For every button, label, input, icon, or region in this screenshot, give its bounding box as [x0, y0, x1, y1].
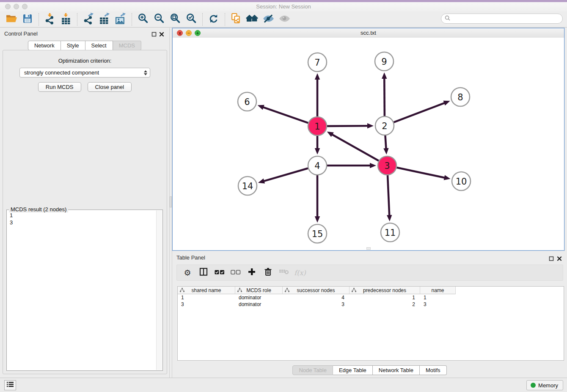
graph-edge-4-3[interactable] [327, 163, 376, 168]
graph-edge-3-11[interactable] [387, 175, 392, 221]
table-cell: 1 [350, 294, 420, 301]
graph-node-2[interactable]: 2 [375, 116, 394, 135]
titlebar: Session: New Session [0, 0, 567, 12]
tab-mcds[interactable]: MCDS [113, 41, 141, 50]
graph-edge-3-10[interactable] [397, 168, 451, 180]
export-network-button[interactable] [80, 13, 96, 26]
export-image-icon [115, 13, 127, 26]
frame-minimize-icon[interactable]: − [186, 30, 192, 36]
result-scrollbar[interactable] [156, 210, 162, 370]
column-header-MCDS-role[interactable]: MCDS role [235, 287, 283, 294]
list-icon [6, 381, 14, 389]
show-all-button[interactable] [276, 13, 292, 26]
column-header-name[interactable]: name [420, 287, 456, 294]
zoom-in-button[interactable] [135, 13, 151, 26]
network-frame-titlebar[interactable]: x − + scc.txt [173, 28, 564, 38]
optimization-criterion-label: Optimization criterion: [3, 58, 167, 64]
graph-edge-2-3[interactable] [383, 135, 388, 155]
table-cell: dominator [235, 301, 283, 308]
splitter-grip[interactable] [170, 196, 172, 207]
fit-content-button[interactable] [167, 13, 183, 26]
search-box[interactable] [441, 14, 563, 24]
close-panel-icon[interactable] [159, 31, 164, 36]
zoom-selected-button[interactable] [183, 13, 199, 26]
node-table[interactable]: shared nameMCDS rolesuccessor nodesprede… [177, 286, 564, 361]
graph-node-3[interactable]: 3 [378, 156, 396, 175]
search-input[interactable] [452, 15, 562, 22]
table-row[interactable]: 3dominator323 [178, 301, 564, 308]
network-canvas[interactable]: 7968124314101511 [173, 38, 564, 250]
tab-network[interactable]: Network [28, 41, 61, 50]
split-view-button[interactable] [195, 266, 212, 279]
float-panel-icon[interactable] [151, 31, 157, 36]
tab-motifs[interactable]: Motifs [420, 365, 447, 375]
new-network-from-selection-button[interactable] [228, 13, 244, 26]
column-header-successor-nodes[interactable]: successor nodes [283, 287, 350, 294]
graph-node-7[interactable]: 7 [308, 53, 327, 72]
refresh-view-button[interactable] [206, 13, 222, 26]
graph-node-9[interactable]: 9 [375, 52, 394, 71]
save-session-button[interactable] [19, 13, 36, 26]
svg-text:6: 6 [244, 97, 250, 107]
table-row[interactable]: 1dominator411 [178, 294, 564, 301]
memory-button[interactable]: Memory [526, 380, 563, 390]
dropdown-stepper-icon [144, 70, 147, 75]
apply-function-button[interactable]: f(x) [292, 266, 308, 279]
canvas-splitter-grip[interactable] [366, 247, 371, 250]
export-image-button[interactable] [113, 13, 129, 26]
graph-edge-1-7[interactable] [315, 73, 320, 116]
graph-edge-3-1[interactable] [327, 132, 379, 161]
open-session-button[interactable] [3, 13, 19, 26]
unchecked-checkboxes-icon [231, 269, 241, 276]
column-header-shared-name[interactable]: shared name [178, 287, 235, 294]
vertical-splitter[interactable] [169, 28, 172, 378]
import-table-button[interactable] [58, 13, 74, 26]
zoom-out-button[interactable] [151, 13, 167, 26]
graph-node-1[interactable]: 1 [308, 117, 327, 135]
tab-select[interactable]: Select [85, 41, 113, 50]
graph-svg[interactable]: 7968124314101511 [173, 38, 564, 250]
graph-edge-1-2[interactable] [327, 123, 374, 128]
export-table-button[interactable] [96, 13, 113, 26]
fx-icon: f(x) [294, 269, 306, 277]
table-settings-button[interactable]: ⚙ [179, 266, 195, 279]
delete-columns-button[interactable] [276, 266, 292, 279]
criterion-dropdown[interactable]: strongly connected component [19, 68, 150, 77]
table-cell: 3 [420, 301, 456, 308]
delete-rows-button[interactable] [260, 266, 276, 279]
import-network-button[interactable] [42, 13, 58, 26]
graph-edge-4-14[interactable] [258, 168, 308, 183]
run-mcds-button[interactable]: Run MCDS [38, 82, 81, 92]
column-header-predecessor-nodes[interactable]: predecessor nodes [350, 287, 420, 294]
frame-maximize-icon[interactable]: + [195, 30, 201, 36]
first-neighbors-button[interactable] [244, 13, 260, 26]
tab-node-table[interactable]: Node Table [292, 365, 333, 375]
hide-selected-button[interactable] [260, 13, 276, 26]
tab-style[interactable]: Style [61, 41, 85, 50]
graph-edge-4-15[interactable] [315, 175, 320, 223]
graph-node-8[interactable]: 8 [451, 88, 470, 106]
graph-edge-1-4[interactable] [315, 136, 320, 155]
graph-node-4[interactable]: 4 [308, 156, 327, 175]
graph-node-15[interactable]: 15 [308, 224, 327, 243]
close-panel-button[interactable]: Close panel [88, 82, 132, 92]
tab-network-table[interactable]: Network Table [373, 365, 420, 375]
select-all-button[interactable] [212, 266, 228, 279]
graph-node-14[interactable]: 14 [238, 177, 257, 195]
task-history-button[interactable] [4, 380, 16, 390]
frame-close-icon[interactable]: x [177, 30, 183, 36]
toolbar-separator [132, 13, 132, 26]
deselect-all-button[interactable] [228, 266, 244, 279]
float-table-panel-icon[interactable] [549, 255, 554, 260]
tab-edge-table[interactable]: Edge Table [333, 365, 373, 375]
graph-edge-2-9[interactable] [382, 72, 387, 116]
graph-node-6[interactable]: 6 [238, 92, 256, 111]
add-row-button[interactable] [244, 266, 260, 279]
graph-edge-2-8[interactable] [394, 101, 450, 122]
svg-text:2: 2 [382, 121, 387, 131]
svg-text:14: 14 [242, 181, 253, 191]
graph-node-10[interactable]: 10 [452, 172, 471, 190]
graph-node-11[interactable]: 11 [381, 223, 399, 242]
close-table-panel-icon[interactable] [557, 255, 562, 260]
graph-edge-1-6[interactable] [258, 105, 308, 123]
